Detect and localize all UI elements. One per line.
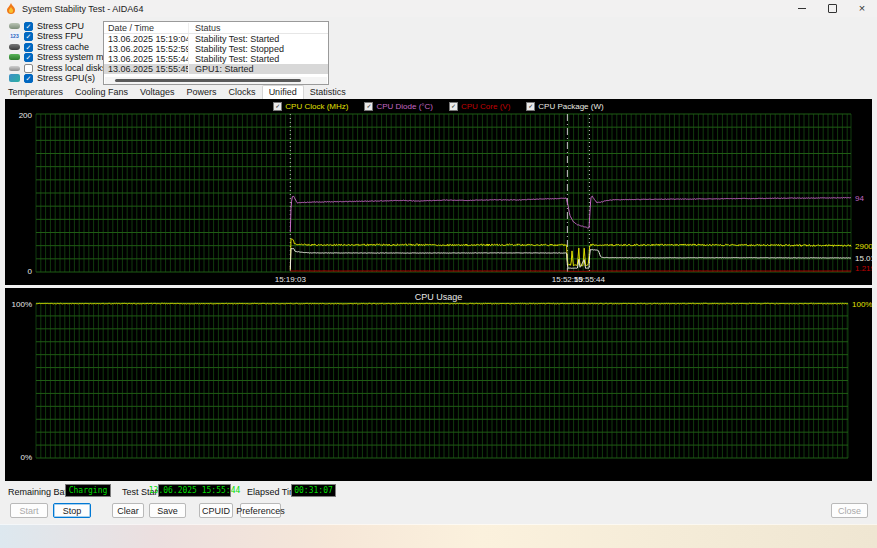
tab-strip: Temperatures Cooling Fans Voltages Power… <box>2 86 352 99</box>
stress-disks-label: Stress local disks <box>37 63 107 73</box>
close-dialog-button[interactable]: Close <box>831 503 868 518</box>
scrollbar-thumb[interactable] <box>115 79 301 82</box>
log-col-status: Status <box>188 23 328 33</box>
log-horizontal-scrollbar[interactable] <box>105 77 327 84</box>
log-cell-datetime: 13.06.2025 15:52:59 <box>104 44 188 54</box>
legend-checkbox[interactable] <box>364 102 373 111</box>
legend-checkbox[interactable] <box>273 102 282 111</box>
usage-chart-canvas: 100%100%0% <box>5 288 872 481</box>
close-icon: × <box>859 3 865 14</box>
legend-label: CPU Core (V) <box>461 102 510 111</box>
stress-cache-label: Stress cache <box>37 42 89 52</box>
svg-text:15.01: 15.01 <box>855 254 872 263</box>
svg-text:1.219: 1.219 <box>855 264 872 273</box>
svg-text:200: 200 <box>19 111 33 120</box>
log-cell-status: Stability Test: Started <box>188 34 328 44</box>
svg-text:15:19:03: 15:19:03 <box>275 275 307 284</box>
log-row[interactable]: 13.06.2025 15:19:04 Stability Test: Star… <box>104 34 328 44</box>
elapsed-time-display: 00:31:07 <box>291 484 336 497</box>
cpu-usage-title: CPU Usage <box>5 292 872 302</box>
cpu-icon <box>9 23 20 29</box>
maximize-button[interactable] <box>817 0 847 17</box>
svg-text:0%: 0% <box>20 453 32 462</box>
titlebar: System Stability Test - AIDA64 × <box>0 0 877 17</box>
minimize-button[interactable] <box>787 0 817 17</box>
tab-cooling-fans[interactable]: Cooling Fans <box>69 86 134 99</box>
log-header-row: Date / Time Status <box>104 22 328 34</box>
gpu-icon <box>9 74 20 82</box>
legend-checkbox[interactable] <box>526 102 535 111</box>
window-title: System Stability Test - AIDA64 <box>22 4 143 14</box>
log-row[interactable]: 13.06.2025 15:52:59 Stability Test: Stop… <box>104 44 328 54</box>
legend-cpu-package[interactable]: CPU Package (W) <box>526 102 603 111</box>
svg-text:0: 0 <box>28 267 33 276</box>
svg-text:2900: 2900 <box>855 242 872 251</box>
svg-text:94: 94 <box>855 194 864 203</box>
legend-label: CPU Package (W) <box>538 102 603 111</box>
tab-unified[interactable]: Unified <box>262 85 304 99</box>
tab-powers[interactable]: Powers <box>181 86 223 99</box>
tab-clocks[interactable]: Clocks <box>223 86 262 99</box>
stress-fpu-checkbox[interactable] <box>24 32 33 41</box>
event-log-table: Date / Time Status 13.06.2025 15:19:04 S… <box>103 21 329 85</box>
stress-gpu-label: Stress GPU(s) <box>37 73 95 83</box>
log-col-datetime: Date / Time <box>104 23 188 33</box>
stress-option-cache[interactable]: Stress cache <box>9 42 89 52</box>
legend-checkbox[interactable] <box>449 102 458 111</box>
legend-label: CPU Clock (MHz) <box>285 102 348 111</box>
test-started-display: 13.06.2025 15:55:44 <box>158 484 231 497</box>
disk-icon <box>9 66 20 71</box>
fpu-icon: 123 <box>9 32 20 40</box>
stress-fpu-label: Stress FPU <box>37 31 83 41</box>
legend-cpu-core[interactable]: CPU Core (V) <box>449 102 510 111</box>
stress-option-cpu[interactable]: Stress CPU <box>9 21 84 31</box>
sensor-chart-canvas: 2900941.21915.01200015:19:0315:52:5915:5… <box>5 99 872 285</box>
start-button[interactable]: Start <box>10 503 48 518</box>
memory-icon <box>9 54 20 60</box>
minimize-icon <box>798 8 806 9</box>
cache-icon <box>9 44 20 50</box>
screen: System Stability Test - AIDA64 × Stress … <box>0 0 877 548</box>
stress-cache-checkbox[interactable] <box>24 43 33 52</box>
chart-legend: CPU Clock (MHz) CPU Diode (°C) CPU Core … <box>5 102 872 111</box>
log-cell-status: Stability Test: Stopped <box>188 44 328 54</box>
maximize-icon <box>828 4 837 13</box>
log-row[interactable]: 13.06.2025 15:55:44 Stability Test: Star… <box>104 54 328 64</box>
stop-button[interactable]: Stop <box>53 503 91 518</box>
log-cell-status: GPU1: Started <box>188 64 328 74</box>
preferences-button[interactable]: Preferences <box>240 503 281 518</box>
stress-memory-checkbox[interactable] <box>24 53 33 62</box>
cpu-usage-chart: 100%100%0% CPU Usage <box>5 288 872 481</box>
remaining-battery-display: Charging <box>65 484 111 497</box>
stress-disks-checkbox[interactable] <box>24 64 33 73</box>
save-button[interactable]: Save <box>149 503 186 518</box>
taskbar: 1 21°C Mostly cloudy Поиск 64 ^ Р <box>0 524 877 548</box>
log-cell-datetime: 13.06.2025 15:55:45 <box>104 64 188 74</box>
stress-option-disks[interactable]: Stress local disks <box>9 63 107 73</box>
stress-cpu-checkbox[interactable] <box>24 22 33 31</box>
legend-cpu-diode[interactable]: CPU Diode (°C) <box>364 102 433 111</box>
stress-gpu-checkbox[interactable] <box>24 74 33 83</box>
log-cell-datetime: 13.06.2025 15:19:04 <box>104 34 188 44</box>
legend-label: CPU Diode (°C) <box>376 102 433 111</box>
stress-option-gpu[interactable]: Stress GPU(s) <box>9 73 95 83</box>
tab-temperatures[interactable]: Temperatures <box>2 86 69 99</box>
stress-option-fpu[interactable]: 123 Stress FPU <box>9 31 83 41</box>
legend-cpu-clock[interactable]: CPU Clock (MHz) <box>273 102 348 111</box>
svg-text:15:55:44: 15:55:44 <box>574 275 606 284</box>
aida64-flame-icon <box>6 3 16 14</box>
log-row-selected[interactable]: 13.06.2025 15:55:45 GPU1: Started <box>104 64 328 74</box>
tab-statistics[interactable]: Statistics <box>304 86 352 99</box>
cpuid-button[interactable]: CPUID <box>199 503 233 518</box>
stress-cpu-label: Stress CPU <box>37 21 84 31</box>
clear-button[interactable]: Clear <box>112 503 144 518</box>
tab-voltages[interactable]: Voltages <box>134 86 181 99</box>
log-cell-datetime: 13.06.2025 15:55:44 <box>104 54 188 64</box>
close-button[interactable]: × <box>847 0 877 17</box>
log-cell-status: Stability Test: Started <box>188 54 328 64</box>
unified-sensor-chart: 2900941.21915.01200015:19:0315:52:5915:5… <box>5 99 872 285</box>
